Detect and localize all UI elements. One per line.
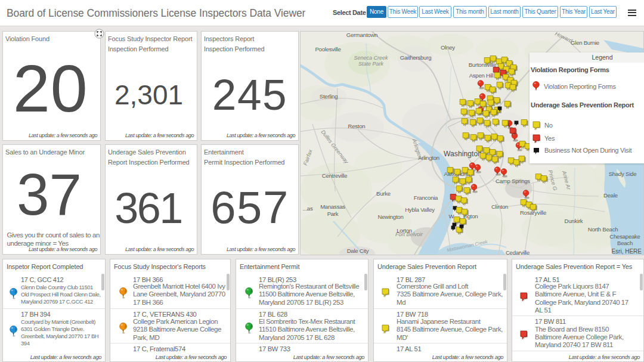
svg-text:Hybla Valley: Hybla Valley xyxy=(405,206,435,213)
svg-text:Sterling: Sterling xyxy=(320,93,338,100)
svg-text:Clinton: Clinton xyxy=(491,203,508,210)
svg-text:Fort Belvoir: Fort Belvoir xyxy=(395,231,423,237)
svg-text:Beach: Beach xyxy=(617,240,633,246)
svg-text:State Park: State Park xyxy=(358,61,384,67)
svg-text:North Beach: North Beach xyxy=(588,226,618,233)
svg-text:...as: ...as xyxy=(303,205,313,212)
svg-text:Cedarville: Cedarville xyxy=(506,249,530,255)
svg-text:Shady Side: Shady Side xyxy=(609,171,637,177)
svg-text:Manassas: Manassas xyxy=(320,203,345,210)
svg-text:Burtonsville: Burtonsville xyxy=(469,61,497,68)
svg-text:Olney: Olney xyxy=(441,44,455,51)
svg-text:Camp Springs: Camp Springs xyxy=(496,178,530,184)
svg-text:Glen Burnie: Glen Burnie xyxy=(571,39,599,46)
svg-text:Seneca Creek: Seneca Creek xyxy=(354,55,388,61)
svg-text:Franconia: Franconia xyxy=(414,194,438,201)
svg-text:Burke: Burke xyxy=(376,190,391,197)
svg-text:Dunkirk: Dunkirk xyxy=(565,218,583,224)
svg-text:Germantown: Germantown xyxy=(346,32,377,38)
svg-text:Aspen Hill: Aspen Hill xyxy=(469,72,494,79)
svg-text:Gaithersburg: Gaithersburg xyxy=(400,54,431,61)
svg-text:Chesapeake: Chesapeake xyxy=(609,233,640,240)
svg-text:Newington: Newington xyxy=(377,214,403,220)
svg-text:Poolesville: Poolesville xyxy=(315,46,340,52)
svg-text:Esri, HERE: Esri, HERE xyxy=(611,248,642,255)
svg-text:Park: Park xyxy=(327,211,339,217)
svg-text:Centreville: Centreville xyxy=(322,172,348,179)
svg-text:Deale: Deale xyxy=(603,192,618,199)
svg-text:Dale City: Dale City xyxy=(347,247,369,254)
svg-text:Washington: Washington xyxy=(444,150,482,158)
svg-text:Reston: Reston xyxy=(348,123,366,129)
